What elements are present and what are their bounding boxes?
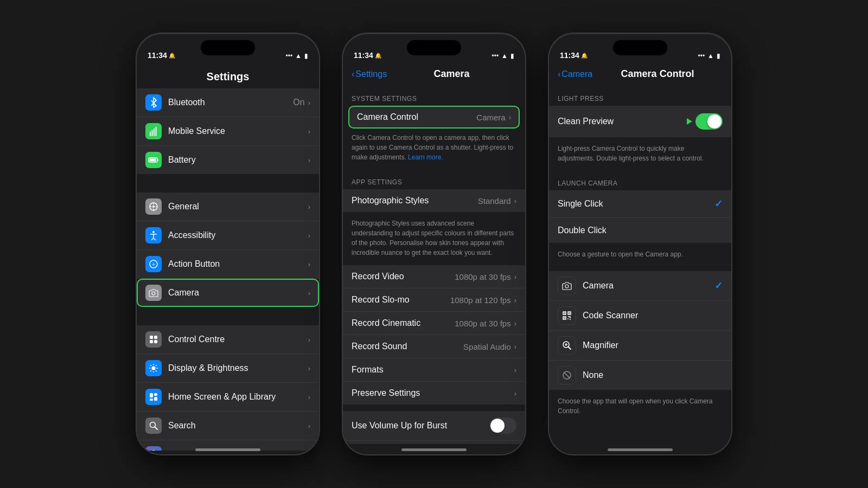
group-sep-1 xyxy=(137,176,319,192)
camera-list[interactable]: SYSTEM SETTINGS Camera Control Camera › … xyxy=(343,86,525,444)
battery-icon xyxy=(145,152,162,168)
double-click-label: Double Click xyxy=(558,226,607,235)
display-icon xyxy=(145,360,162,376)
camera-control-wrapper: Camera Control Camera › xyxy=(343,106,525,129)
app-magnifier-item[interactable]: Magnifier xyxy=(549,331,731,361)
formats-right: › xyxy=(514,366,516,374)
preserve-settings-right: › xyxy=(514,389,516,397)
record-video-label: Record Video xyxy=(352,272,404,281)
camera-control-nav-bar: ‹ Camera Camera Control xyxy=(549,64,731,86)
learn-more-link[interactable]: Learn more. xyxy=(408,153,443,161)
control-label: Control Centre xyxy=(168,335,308,344)
photographic-styles-desc: Photographic Styles uses advanced scene … xyxy=(343,214,525,265)
display-label: Display & Brightness xyxy=(168,363,308,373)
wifi-icon-1: ▲ xyxy=(295,52,302,60)
camera-label-1: Camera xyxy=(168,288,308,298)
settings-item-bluetooth[interactable]: Bluetooth On › xyxy=(137,88,319,117)
status-icons-2: ••• ▲ ▮ xyxy=(492,52,515,60)
svg-point-21 xyxy=(152,367,156,370)
record-sound-chevron: › xyxy=(514,343,516,351)
single-click-label: Single Click xyxy=(558,199,603,209)
settings-back-button[interactable]: ‹ Settings xyxy=(352,69,387,79)
settings-item-homescreen[interactable]: Home Screen & App Library › xyxy=(137,383,319,412)
back-chevron-2: ‹ xyxy=(352,69,354,79)
accessibility-icon xyxy=(145,227,162,243)
launch-desc: Choose a gesture to open the Camera app. xyxy=(549,245,731,267)
preserve-settings-label: Preserve Settings xyxy=(352,388,420,398)
app-settings-header: APP SETTINGS xyxy=(343,170,525,189)
camera-back-button[interactable]: ‹ Camera xyxy=(558,69,592,79)
green-arrow-head xyxy=(687,118,692,125)
photographic-styles-right: Standard › xyxy=(478,196,516,206)
camera-control-nav-title: Camera Control xyxy=(592,68,723,80)
bell-icon-3: 🔔 xyxy=(581,53,588,59)
svg-rect-18 xyxy=(154,336,157,339)
formats-item[interactable]: Formats › xyxy=(343,358,525,382)
single-click-item[interactable]: Single Click ✓ xyxy=(549,190,731,218)
dynamic-island-2 xyxy=(407,40,461,55)
bluetooth-icon xyxy=(145,94,162,111)
camera-nav-title: Camera xyxy=(387,68,516,80)
settings-group-1: Bluetooth On › Mobile Service › Battery xyxy=(137,88,319,174)
control-icon xyxy=(145,331,162,348)
camera-nav-bar: ‹ Settings Camera xyxy=(343,64,525,86)
svg-rect-5 xyxy=(157,159,158,161)
scan-qr-item[interactable]: Scan QR Codes xyxy=(343,441,525,444)
settings-item-camera[interactable]: Camera › xyxy=(137,279,319,307)
status-time-1: 11:34 🔔 xyxy=(148,51,175,60)
settings-list[interactable]: Bluetooth On › Mobile Service › Battery xyxy=(137,88,319,451)
accessibility-chevron: › xyxy=(308,232,310,240)
settings-item-battery[interactable]: Battery › xyxy=(137,146,319,174)
back-label-2: Settings xyxy=(355,69,387,79)
camera-control-item[interactable]: Camera Control Camera › xyxy=(348,106,520,129)
photographic-styles-item[interactable]: Photographic Styles Standard › xyxy=(343,189,525,212)
record-video-value: 1080p at 30 fps xyxy=(455,272,510,281)
action-icon: + xyxy=(145,256,162,272)
homescreen-icon xyxy=(145,389,162,405)
svg-rect-46 xyxy=(564,318,565,319)
svg-point-40 xyxy=(565,285,569,288)
home-indicator-3 xyxy=(608,448,673,451)
light-press-header: LIGHT PRESS xyxy=(549,86,731,106)
battery-icon-1: ▮ xyxy=(304,52,308,60)
bell-icon-1: 🔔 xyxy=(169,53,175,59)
record-slomo-item[interactable]: Record Slo-mo 1080p at 120 fps › xyxy=(343,288,525,312)
app-desc: Choose the app that will open when you c… xyxy=(549,392,731,423)
preserve-settings-item[interactable]: Preserve Settings › xyxy=(343,382,525,404)
group-sep-2 xyxy=(137,309,319,325)
double-click-item[interactable]: Double Click xyxy=(549,218,731,243)
app-none-item[interactable]: None xyxy=(549,361,731,390)
app-camera-item[interactable]: Camera ✓ xyxy=(549,271,731,301)
settings-item-control[interactable]: Control Centre › xyxy=(137,325,319,354)
settings-item-accessibility[interactable]: Accessibility › xyxy=(137,221,319,250)
record-video-item[interactable]: Record Video 1080p at 30 fps › xyxy=(343,265,525,288)
battery-icon-2: ▮ xyxy=(510,52,514,60)
clean-preview-item[interactable]: Clean Preview xyxy=(549,106,731,137)
volume-burst-item[interactable]: Use Volume Up for Burst xyxy=(343,411,525,441)
app-scanner-item[interactable]: Code Scanner xyxy=(549,301,731,331)
settings-screen: Settings Bluetooth On › Mobile Service xyxy=(137,64,319,454)
siri-icon xyxy=(145,446,162,451)
mobile-label: Mobile Service xyxy=(168,126,308,136)
settings-item-mobile[interactable]: Mobile Service › xyxy=(137,117,319,146)
photographic-styles-label: Photographic Styles xyxy=(352,196,429,206)
record-sound-value: Spatial Audio xyxy=(463,342,511,351)
phone-1: 11:34 🔔 ••• ▲ ▮ Settings Bluetooth On › xyxy=(136,33,320,455)
clean-preview-toggle[interactable] xyxy=(695,113,723,130)
svg-line-35 xyxy=(155,427,158,430)
signal-icon-3: ••• xyxy=(698,52,705,60)
search-chevron: › xyxy=(308,422,310,430)
settings-item-general[interactable]: General › xyxy=(137,192,319,221)
settings-item-display[interactable]: Display & Brightness › xyxy=(137,354,319,383)
settings-item-action[interactable]: + Action Button › xyxy=(137,250,319,279)
svg-point-16 xyxy=(152,292,155,295)
preserve-settings-chevron: › xyxy=(514,389,516,397)
record-sound-item[interactable]: Record Sound Spatial Audio › xyxy=(343,335,525,358)
control-list[interactable]: LIGHT PRESS Clean Preview Light-press Ca… xyxy=(549,86,731,444)
svg-rect-20 xyxy=(154,340,157,343)
accessibility-label: Accessibility xyxy=(168,230,308,240)
record-cinematic-item[interactable]: Record Cinematic 1080p at 30 fps › xyxy=(343,312,525,335)
settings-item-search[interactable]: Search › xyxy=(137,412,319,440)
volume-burst-toggle[interactable] xyxy=(489,418,516,434)
app-scanner-icon xyxy=(558,306,576,325)
